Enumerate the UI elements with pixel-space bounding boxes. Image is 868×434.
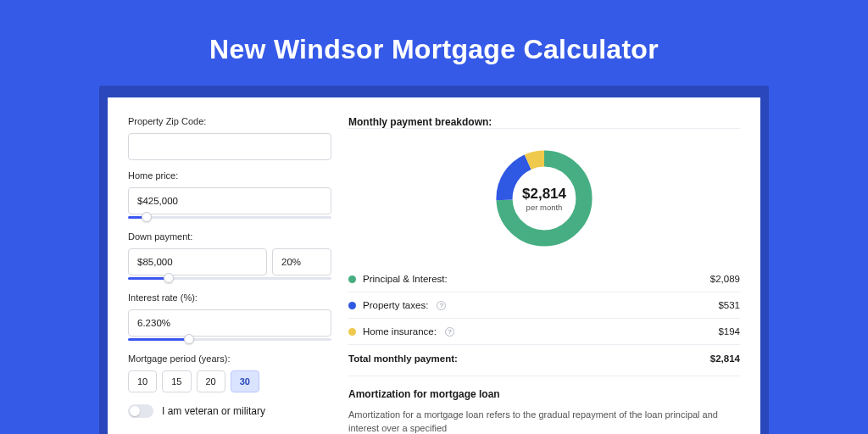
results-panel: Monthly payment breakdown: $2,814 per mo… xyxy=(348,116,740,434)
info-icon[interactable]: ? xyxy=(437,301,446,310)
ins-value: $194 xyxy=(718,326,740,337)
amort-heading: Amortization for mortgage loan xyxy=(348,388,740,400)
period-button-20[interactable]: 20 xyxy=(197,370,225,392)
slider-thumb[interactable] xyxy=(164,273,174,283)
period-field: Mortgage period (years): 10152030 xyxy=(128,353,331,392)
ins-label: Home insurance: xyxy=(363,326,437,337)
slider-fill xyxy=(128,277,169,280)
donut-wrap: $2,814 per month xyxy=(348,139,740,266)
tax-value: $531 xyxy=(718,300,740,310)
period-button-row: 10152030 xyxy=(128,370,331,392)
calculator-card: Property Zip Code: Home price: Down paym… xyxy=(108,97,760,434)
legend-principal-interest: Principal & Interest: $2,089 xyxy=(348,266,740,292)
interest-slider[interactable] xyxy=(128,335,331,343)
period-button-15[interactable]: 15 xyxy=(162,370,191,392)
amortization-section: Amortization for mortgage loan Amortizat… xyxy=(348,376,740,434)
zip-label: Property Zip Code: xyxy=(128,116,331,126)
home-price-label: Home price: xyxy=(128,170,331,181)
amort-text: Amortization for a mortgage loan refers … xyxy=(348,409,740,434)
payment-donut-chart: $2,814 per month xyxy=(492,146,597,251)
veteran-label: I am veteran or military xyxy=(162,405,265,417)
dot-yellow-icon xyxy=(348,328,356,336)
info-icon[interactable]: ? xyxy=(445,327,454,337)
slider-fill xyxy=(128,338,189,341)
interest-input[interactable] xyxy=(128,309,331,337)
zip-input[interactable] xyxy=(128,133,331,160)
pi-label: Principal & Interest: xyxy=(363,274,448,284)
down-payment-field: Down payment: xyxy=(128,231,331,282)
total-label: Total monthly payment: xyxy=(348,353,458,364)
period-label: Mortgage period (years): xyxy=(128,353,331,364)
header-band: Property Zip Code: Home price: Down paym… xyxy=(99,86,769,434)
total-row: Total monthly payment: $2,814 xyxy=(348,345,740,376)
total-value: $2,814 xyxy=(710,353,740,364)
period-button-10[interactable]: 10 xyxy=(128,370,157,392)
page-title: New Windsor Mortgage Calculator xyxy=(0,34,868,65)
down-payment-input[interactable] xyxy=(128,248,267,275)
inputs-panel: Property Zip Code: Home price: Down paym… xyxy=(128,116,331,434)
down-payment-label: Down payment: xyxy=(128,231,331,242)
pi-value: $2,089 xyxy=(710,274,740,284)
zip-field: Property Zip Code: xyxy=(128,116,331,160)
slider-track xyxy=(128,216,331,219)
down-payment-pct-input[interactable] xyxy=(272,248,331,275)
veteran-toggle-row: I am veteran or military xyxy=(128,404,331,418)
breakdown-heading: Monthly payment breakdown: xyxy=(348,116,740,129)
interest-field: Interest rate (%): xyxy=(128,292,331,343)
legend-property-taxes: Property taxes: ? $531 xyxy=(348,292,740,319)
dot-blue-icon xyxy=(348,302,356,309)
slider-thumb[interactable] xyxy=(184,334,194,344)
veteran-toggle[interactable] xyxy=(128,404,153,418)
home-price-slider[interactable] xyxy=(128,213,331,221)
donut-center: $2,814 per month xyxy=(492,146,597,251)
donut-amount: $2,814 xyxy=(522,186,566,203)
home-price-field: Home price: xyxy=(128,170,331,221)
dot-green-icon xyxy=(348,275,356,283)
legend-home-insurance: Home insurance: ? $194 xyxy=(348,319,740,345)
home-price-input[interactable] xyxy=(128,187,331,214)
down-payment-slider[interactable] xyxy=(128,274,331,282)
slider-thumb[interactable] xyxy=(142,212,152,222)
tax-label: Property taxes: xyxy=(363,300,428,310)
period-button-30[interactable]: 30 xyxy=(231,370,259,392)
donut-sub: per month xyxy=(526,203,563,212)
interest-label: Interest rate (%): xyxy=(128,292,331,303)
